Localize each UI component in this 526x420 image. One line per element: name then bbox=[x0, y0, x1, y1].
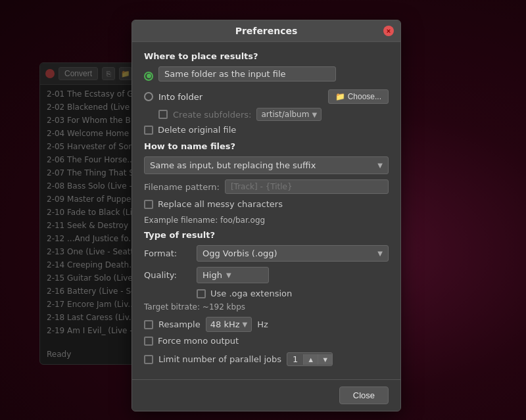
delete-original-label: Delete original file bbox=[158, 125, 236, 135]
example-line: Example filename: foo/bar.ogg bbox=[144, 216, 389, 225]
dialog-title: Preferences bbox=[235, 26, 298, 36]
resample-label: Resample bbox=[158, 319, 201, 329]
choose-folder-button[interactable]: 📁 Choose... bbox=[328, 89, 389, 104]
mono-label: Force mono output bbox=[158, 336, 239, 346]
delete-original-row: Delete original file bbox=[144, 125, 389, 135]
target-bitrate: Target bitrate: ~192 kbps bbox=[144, 302, 389, 312]
pattern-label: Filename pattern: bbox=[144, 182, 220, 192]
into-folder-row: Into folder 📁 Choose... bbox=[144, 89, 389, 104]
placement-section-label: Where to place results? bbox=[144, 51, 389, 61]
dialog-titlebar: Preferences × bbox=[132, 20, 400, 42]
spinner-up-button[interactable]: ▲ bbox=[303, 354, 318, 365]
spinner-down-button[interactable]: ▼ bbox=[318, 354, 332, 365]
oga-label: Use .oga extension bbox=[210, 289, 292, 298]
into-folder-label: Into folder bbox=[158, 92, 203, 102]
artist-album-arrow: ▼ bbox=[312, 111, 317, 118]
result-section-label: Type of result? bbox=[144, 230, 389, 240]
same-folder-radio[interactable] bbox=[144, 72, 153, 81]
same-folder-label: Same folder as the input file bbox=[164, 69, 286, 79]
naming-section-label: How to name files? bbox=[144, 141, 389, 151]
pattern-input[interactable]: [Track] - {Title} bbox=[225, 179, 389, 194]
artist-album-value: artist/album bbox=[261, 110, 309, 119]
hz-unit: Hz bbox=[257, 319, 268, 329]
parallel-row: Limit number of parallel jobs 1 ▲ ▼ bbox=[144, 352, 389, 366]
format-label: Format: bbox=[144, 248, 190, 258]
format-row: Format: Ogg Vorbis (.ogg) ▼ bbox=[144, 245, 389, 262]
dialog-close-button[interactable]: × bbox=[383, 26, 394, 36]
quality-label: Quality: bbox=[144, 270, 190, 280]
format-value: Ogg Vorbis (.ogg) bbox=[203, 248, 277, 258]
quality-row: Quality: High ▼ bbox=[144, 267, 389, 283]
delete-original-checkbox[interactable] bbox=[144, 126, 153, 135]
dialog-body: Where to place results? Same folder as t… bbox=[132, 42, 400, 379]
hz-arrow: ▼ bbox=[243, 321, 248, 328]
quality-value: High bbox=[203, 270, 222, 280]
mono-row: Force mono output bbox=[144, 336, 389, 346]
example-value: foo/bar.ogg bbox=[220, 216, 265, 225]
example-prefix: Example filename: bbox=[144, 216, 220, 225]
hz-select[interactable]: 48 kHz ▼ bbox=[206, 317, 252, 332]
parallel-checkbox[interactable] bbox=[144, 355, 153, 364]
subfolder-row: Create subfolders: artist/album ▼ bbox=[144, 108, 389, 121]
mono-checkbox[interactable] bbox=[144, 337, 153, 346]
quality-arrow: ▼ bbox=[226, 271, 231, 279]
replace-messy-label: Replace all messy characters bbox=[158, 199, 283, 209]
oga-checkbox[interactable] bbox=[197, 289, 206, 298]
resample-row: Resample 48 kHz ▼ Hz bbox=[144, 317, 389, 332]
artist-album-select[interactable]: artist/album ▼ bbox=[256, 108, 322, 121]
filename-pattern-row: Filename pattern: [Track] - {Title} bbox=[144, 179, 389, 194]
hz-value: 48 kHz bbox=[210, 319, 240, 329]
dialog-footer: Close bbox=[132, 379, 400, 411]
parallel-value: 1 bbox=[287, 353, 303, 365]
oga-row: Use .oga extension bbox=[144, 289, 389, 298]
quality-select[interactable]: High ▼ bbox=[197, 267, 269, 283]
pattern-placeholder: [Track] - {Title} bbox=[231, 182, 293, 191]
into-folder-radio[interactable] bbox=[144, 92, 153, 101]
preferences-dialog: Preferences × Where to place results? Sa… bbox=[132, 20, 401, 411]
parallel-spinner[interactable]: 1 ▲ ▼ bbox=[287, 352, 333, 366]
same-folder-option[interactable]: Same folder as the input file bbox=[158, 66, 336, 82]
naming-dropdown[interactable]: Same as input, but replacing the suffix … bbox=[144, 156, 389, 174]
resample-checkbox[interactable] bbox=[144, 320, 153, 329]
format-arrow: ▼ bbox=[377, 250, 383, 257]
parallel-label: Limit number of parallel jobs bbox=[158, 354, 281, 364]
naming-dropdown-arrow: ▼ bbox=[377, 162, 383, 169]
format-select[interactable]: Ogg Vorbis (.ogg) ▼ bbox=[197, 245, 389, 262]
naming-dropdown-value: Same as input, but replacing the suffix bbox=[150, 160, 316, 170]
replace-messy-checkbox[interactable] bbox=[144, 200, 153, 209]
subfolders-label: Create subfolders: bbox=[173, 110, 251, 120]
replace-messy-row: Replace all messy characters bbox=[144, 199, 389, 209]
subfolders-checkbox[interactable] bbox=[158, 110, 168, 119]
close-button[interactable]: Close bbox=[339, 386, 389, 404]
